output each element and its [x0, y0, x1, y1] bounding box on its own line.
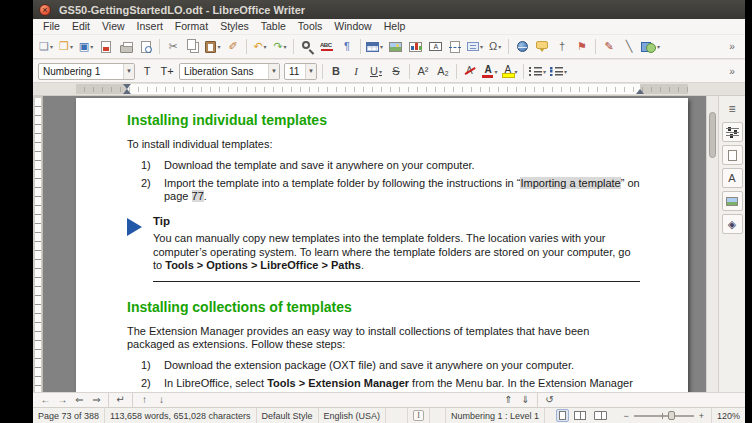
cross-reference-field[interactable]: Importing a template [520, 177, 620, 189]
print-button[interactable] [117, 37, 135, 57]
promote-one-level-button[interactable]: ← [38, 394, 53, 407]
chevron-down-icon[interactable]: ▼ [123, 64, 134, 79]
insert-image-button[interactable] [386, 37, 404, 57]
open-button[interactable]: ❒▾ [57, 37, 75, 57]
find-and-replace-button[interactable] [298, 37, 316, 57]
dropdown-arrow-icon[interactable]: ▾ [480, 43, 483, 50]
sidebar-tab-sidebar-settings[interactable]: ≡ [722, 99, 743, 119]
move-down-with-subpoints-button[interactable]: ⇓ [518, 394, 533, 407]
copy-button[interactable] [184, 37, 202, 57]
menu-styles[interactable]: Styles [214, 19, 255, 34]
menu-window[interactable]: Window [328, 19, 377, 34]
zoom-in-icon[interactable]: + [697, 411, 706, 421]
insert-text-box-button[interactable] [426, 37, 444, 57]
toolbar-overflow-button[interactable]: » [723, 37, 741, 57]
sidebar-tab-styles[interactable]: A [722, 168, 743, 188]
title-bar[interactable]: × GS50-GettingStartedLO.odt - LibreOffic… [33, 0, 745, 19]
demote-with-subpoints-button[interactable]: ⇒ [89, 394, 104, 407]
show-draw-functions-button[interactable]: ▾ [640, 37, 661, 57]
status-page-number[interactable]: Page 73 of 388 [33, 408, 105, 423]
scrollbar-thumb[interactable] [709, 112, 716, 158]
insert-hyperlink-button[interactable] [513, 37, 531, 57]
zoom-out-icon[interactable]: − [621, 411, 630, 421]
right-indent-marker[interactable] [636, 89, 644, 94]
insert-footnote-button[interactable]: † [553, 37, 571, 57]
redo-button[interactable]: ↷▾ [271, 37, 289, 57]
italic-button[interactable]: I [347, 61, 365, 81]
restart-numbering-button[interactable]: ↺ [542, 394, 557, 407]
bold-button[interactable]: B [327, 61, 345, 81]
superscript-button[interactable]: A² [414, 61, 432, 81]
status-modified[interactable] [430, 408, 446, 423]
sidebar-tab-properties[interactable] [722, 122, 743, 142]
dropdown-arrow-icon[interactable]: ▾ [494, 68, 497, 75]
insert-unnumbered-entry-button[interactable]: ↵ [113, 394, 128, 407]
toolbar-overflow-button[interactable]: » [723, 61, 741, 81]
document-canvas[interactable]: Installing individual templates To insta… [43, 96, 706, 392]
dropdown-arrow-icon[interactable]: ▾ [380, 43, 383, 50]
sidebar-tab-navigator[interactable]: ◈ [722, 214, 743, 234]
underline-button[interactable]: U▾ [367, 61, 385, 81]
status-insert-mode[interactable] [386, 408, 408, 423]
horizontal-ruler[interactable] [33, 83, 745, 96]
move-down-button[interactable]: ↓ [154, 394, 169, 407]
bullets-button[interactable]: ▾ [528, 61, 547, 81]
status-word-count[interactable]: 113,658 words, 651,028 characters [105, 408, 256, 423]
save-button[interactable]: ▣▾ [77, 37, 95, 57]
insert-bookmark-button[interactable]: ⚑ [573, 37, 591, 57]
chevron-down-icon[interactable]: ▼ [268, 64, 279, 79]
close-button[interactable]: × [39, 4, 51, 16]
zoom-percentage[interactable]: 120% [711, 408, 745, 423]
multi-page-view-button[interactable] [571, 409, 589, 422]
document-page[interactable]: Installing individual templates To insta… [76, 98, 688, 392]
insert-line-button[interactable]: ╲ [620, 37, 638, 57]
dropdown-arrow-icon[interactable]: ▾ [379, 68, 382, 75]
single-page-view-button[interactable] [556, 409, 569, 422]
clear-direct-formatting-button[interactable] [461, 61, 479, 81]
track-changes-button[interactable]: ✎ [600, 37, 618, 57]
insert-field-button[interactable]: ▾ [466, 37, 484, 57]
insert-page-break-button[interactable] [446, 37, 464, 57]
left-indent-marker[interactable] [123, 89, 131, 94]
book-view-button[interactable] [591, 409, 610, 422]
dropdown-arrow-icon[interactable]: ▾ [70, 43, 73, 50]
page-number-field[interactable]: 77 [192, 190, 204, 202]
insert-comment-button[interactable] [533, 37, 551, 57]
spelling-button[interactable] [318, 37, 336, 57]
dropdown-arrow-icon[interactable]: ▾ [284, 43, 287, 50]
cut-button[interactable]: ✂ [164, 37, 182, 57]
dropdown-arrow-icon[interactable]: ▾ [264, 43, 267, 50]
paste-button[interactable]: ▾ [204, 37, 222, 57]
demote-one-level-button[interactable]: → [55, 394, 70, 407]
dropdown-arrow-icon[interactable]: ▾ [90, 43, 93, 50]
status-page-style[interactable]: Default Style [257, 408, 319, 423]
move-up-with-subpoints-button[interactable]: ⇑ [501, 394, 516, 407]
dropdown-arrow-icon[interactable]: ▾ [50, 43, 53, 50]
export-pdf-button[interactable] [97, 37, 115, 57]
dropdown-arrow-icon[interactable]: ▾ [543, 68, 546, 75]
new-paragraph-style-button[interactable]: T+ [158, 61, 176, 81]
numbering-button[interactable]: ▾ [549, 61, 568, 81]
dropdown-arrow-icon[interactable]: ▾ [657, 43, 660, 50]
vertical-scrollbar[interactable] [706, 96, 718, 392]
status-selection-mode[interactable]: I [408, 408, 430, 423]
sidebar-tab-page[interactable] [722, 145, 743, 165]
zoom-slider-thumb[interactable] [668, 411, 675, 420]
status-list-level[interactable]: Numbering 1 : Level 1 [446, 408, 545, 423]
menu-table[interactable]: Table [255, 19, 292, 34]
new-document-button[interactable]: ❏▾ [37, 37, 55, 57]
dropdown-arrow-icon[interactable]: ▾ [564, 68, 567, 75]
status-language[interactable]: English (USA) [319, 408, 387, 423]
formatting-marks-button[interactable]: ¶ [338, 37, 356, 57]
font-name-combobox[interactable]: Liberation Sans ▼ [179, 63, 280, 80]
highlighting-color-button[interactable]: ▾ [501, 61, 519, 81]
font-color-button[interactable]: ▾ [481, 61, 499, 81]
move-up-button[interactable]: ↑ [137, 394, 152, 407]
menu-tools[interactable]: Tools [292, 19, 329, 34]
insert-chart-button[interactable] [406, 37, 424, 57]
promote-with-subpoints-button[interactable]: ⇐ [72, 394, 87, 407]
menu-insert[interactable]: Insert [131, 19, 169, 34]
insert-table-button[interactable]: ▾ [365, 37, 384, 57]
strikethrough-button[interactable]: S [387, 61, 405, 81]
update-paragraph-style-button[interactable]: T [138, 61, 156, 81]
